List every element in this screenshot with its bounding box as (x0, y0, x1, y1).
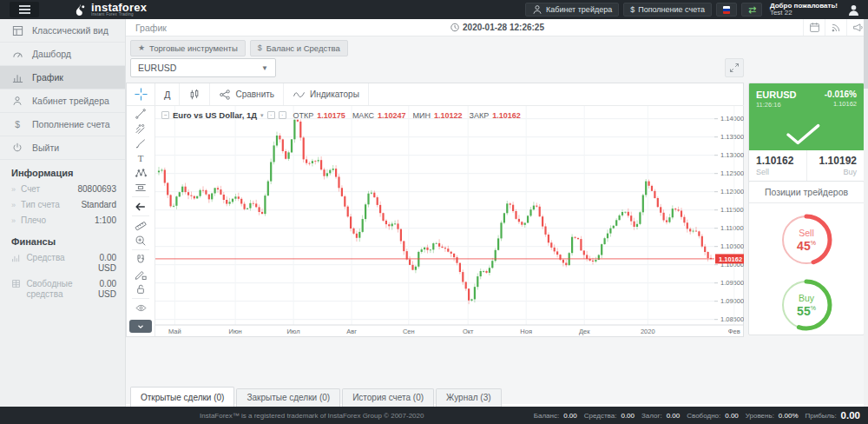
user-avatar-icon[interactable] (845, 2, 861, 17)
indicators-button[interactable]: Индикаторы (284, 83, 369, 105)
finance-label: Средства (26, 253, 81, 263)
svg-text:T: T (138, 152, 144, 162)
top-header-bar: instaforex Instant Forex Trading Кабинет… (0, 0, 868, 19)
minichart-icon (11, 253, 21, 262)
hamburger-menu-button[interactable] (10, 2, 39, 17)
sell-positions-gauge: Sell 45% (778, 211, 835, 268)
compare-button[interactable]: Сравнить (210, 83, 284, 105)
collapse-series-icon[interactable]: − (161, 111, 169, 119)
quote-card: EURUSD 11:26:16 -0.016% 1.10162 1.10162 … (748, 83, 865, 182)
svg-text:1.12500: 1.12500 (720, 169, 744, 177)
pencillock-tool[interactable] (127, 267, 155, 282)
svg-text:1.12000: 1.12000 (720, 188, 744, 195)
info-label: Счет (21, 184, 77, 195)
crosshair-tool[interactable] (127, 83, 155, 106)
deals-tabs: Открытые сделки (0)Закрытые сделки (0)Ис… (130, 385, 503, 407)
collapse-toolbar-button[interactable] (129, 320, 152, 333)
trading-instruments-button[interactable]: ★ Торговые инструменты (130, 40, 246, 56)
footer-bar: InstaForex™ is a registered trademark of… (0, 407, 868, 424)
trader-cabinet-button[interactable]: Кабинет трейдера (525, 3, 619, 17)
sidebar-item-4[interactable]: Кабинет трейдера (0, 89, 125, 113)
trendline-tool[interactable] (127, 106, 155, 121)
stat-value: 0.00 (841, 410, 860, 421)
expand-chart-button[interactable] (725, 58, 744, 77)
tab-1[interactable]: Открытые сделки (0) (130, 387, 234, 407)
sidebar-item-6[interactable]: Выйти (0, 136, 125, 160)
welcome-block: Добро пожаловать! Test 22 (770, 3, 838, 17)
chevrons-icon: » (11, 200, 16, 210)
symbol-select[interactable]: EURUSD ▼ (130, 58, 276, 77)
sidebar-item-3[interactable]: График (0, 66, 125, 89)
person-icon (11, 96, 23, 106)
interval-button[interactable]: Д (155, 83, 180, 105)
chart-toolbar: Д Сравнить Индикаторы (155, 83, 744, 106)
lock-tool[interactable] (127, 282, 155, 296)
chart-style-button[interactable] (180, 83, 210, 105)
quote-card-header: EURUSD 11:26:16 -0.016% 1.10162 (749, 83, 864, 150)
language-flag-button[interactable] (716, 3, 737, 17)
magnet-tool[interactable] (127, 252, 155, 267)
sidebar-item-label: Классический вид (32, 25, 108, 36)
calendar-icon[interactable] (803, 19, 825, 36)
finance-row: Свободные средства0.00 USD (0, 276, 125, 302)
text-tool[interactable]: T (127, 150, 155, 165)
traders-positions-panel: Позиции трейдеров Sell 45% Buy 55% (748, 181, 865, 335)
deposit-button[interactable]: $ Пополнение счета (623, 3, 712, 17)
series-title: Euro vs US Dollar, 1Д (173, 110, 257, 120)
tab-4[interactable]: Журнал (3) (436, 388, 502, 407)
series-hide-icon[interactable]: · (279, 111, 286, 119)
info-row: »Тип счетаStandard (0, 197, 125, 213)
buy-positions-gauge: Buy 55% (778, 276, 835, 334)
svg-text:1.10500: 1.10500 (720, 242, 744, 250)
gauge-icon (11, 49, 23, 60)
person-icon (532, 4, 542, 15)
zoomin-tool[interactable] (127, 233, 155, 248)
svg-text:1.08500: 1.08500 (720, 315, 744, 323)
finance-row: Средства0.00 USD (0, 250, 125, 276)
russian-flag-icon (723, 6, 730, 14)
compare-icon (219, 89, 231, 101)
svg-text:2020: 2020 (641, 328, 655, 335)
svg-text:Ноя: Ноя (520, 328, 532, 335)
price-chart[interactable]: 1.140001.135001.130001.125001.120001.115… (155, 106, 744, 337)
sell-price-button[interactable]: 1.10162 Sell (749, 150, 806, 182)
svg-text:1.09000: 1.09000 (720, 297, 744, 305)
instaforex-logo-icon (74, 3, 87, 17)
sidebar-item-2[interactable]: Дашборд (0, 43, 125, 66)
dollar-icon: $ (258, 43, 262, 52)
quote-price: 1.10162 (833, 100, 857, 108)
pattern-tool[interactable] (127, 165, 155, 180)
svg-text:Июн: Июн (229, 328, 242, 335)
ruler-tool[interactable] (127, 218, 155, 233)
scrollbar-thumb[interactable] (864, 19, 868, 89)
svg-text:Сен: Сен (403, 328, 415, 335)
instaforex-logo[interactable]: instaforex Instant Forex Trading (74, 3, 147, 17)
tab-2[interactable]: Закрытые сделки (0) (236, 388, 340, 407)
clock-icon (450, 23, 459, 32)
open-value: 1.10175 (317, 111, 345, 120)
switch-account-button[interactable]: ⇄ (741, 3, 762, 17)
eye-tool[interactable] (127, 301, 155, 315)
series-settings-icon[interactable]: · (267, 111, 275, 119)
high-value: 1.10247 (378, 111, 406, 120)
indicators-wave-icon (293, 89, 306, 100)
finance-label: Свободные средства (26, 279, 81, 300)
finance-value: 0.00 USD (81, 253, 116, 274)
tab-3[interactable]: История счета (0) (342, 388, 434, 407)
stat-value: 0.00 (667, 412, 681, 420)
position-tool[interactable] (127, 180, 155, 195)
svg-text:1.13500: 1.13500 (720, 133, 744, 141)
svg-text:$: $ (15, 120, 20, 129)
arrowleft-tool[interactable] (127, 199, 155, 214)
brush-tool[interactable] (127, 136, 155, 150)
stat-label: Прибыль: (806, 412, 837, 420)
rss-icon[interactable] (825, 19, 846, 36)
pitchfork-tool[interactable] (127, 121, 155, 136)
positions-panel-title: Позиции трейдеров (749, 182, 864, 203)
grid-icon (11, 25, 23, 36)
balance-funds-button[interactable]: $ Баланс и Средства (250, 40, 348, 56)
stat-label: Залог: (641, 412, 662, 420)
sidebar-item-1[interactable]: Классический вид (0, 19, 125, 43)
sidebar-item-5[interactable]: $Пополнение счета (0, 113, 125, 136)
buy-price-button[interactable]: 1.10192 Buy (807, 150, 865, 182)
